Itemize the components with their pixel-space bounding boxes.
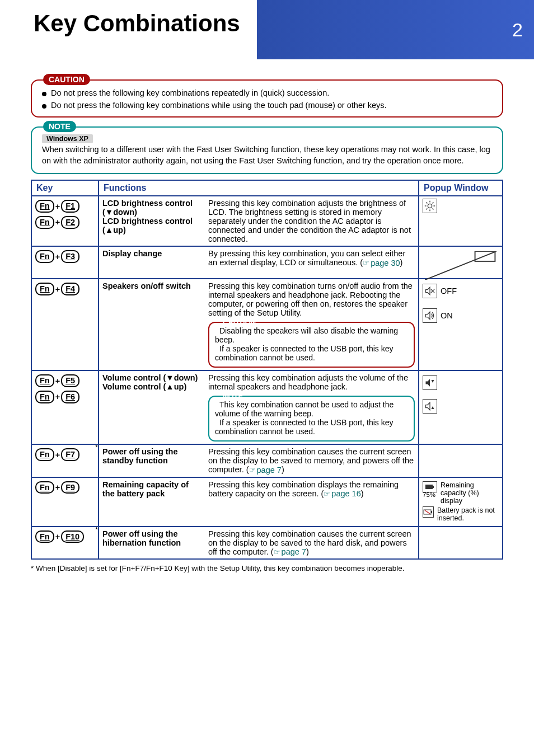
key-cell: Fn+F9: [31, 477, 99, 527]
inner-caution-item: If a speaker is connected to the USB por…: [215, 344, 394, 362]
function-name: LCD brightness control (▼down) LCD brigh…: [102, 199, 202, 234]
function-desc: Pressing this key combination displays t…: [208, 480, 399, 498]
keycap: Fn: [35, 216, 54, 229]
battery-missing-icon: [423, 506, 434, 518]
table-row: Fn+F4 Speakers on/off switch Pressing th…: [31, 279, 503, 370]
bullet-icon: [42, 92, 46, 96]
speaker-on-label: ON: [441, 311, 453, 320]
key-cell: Fn+F1 Fn+F2: [31, 196, 99, 246]
table-row: Fn+F7* Power off using the standby funct…: [31, 444, 503, 477]
svg-point-0: [428, 204, 432, 208]
footnote-mark: *: [95, 526, 98, 534]
caution-line-2: Do not press the following key combinati…: [51, 101, 387, 110]
display-icon: [423, 249, 499, 276]
page-header: Key Combinations 2: [0, 0, 534, 59]
svg-line-6: [433, 209, 434, 210]
svg-rect-19: [425, 485, 433, 489]
footnote-text: * When [Disable] is set for [Fn+F7/Fn+F1…: [31, 564, 503, 572]
table-row: Fn+F1 Fn+F2 LCD brightness control (▼dow…: [31, 196, 503, 246]
function-desc: Pressing this key combination adjusts th…: [208, 199, 411, 243]
book-icon: ☞: [363, 259, 369, 267]
page-ref-link[interactable]: ☞ page 7: [249, 466, 282, 475]
function-desc: Pressing this key combination causes the…: [208, 529, 411, 556]
function-name: Speakers on/off switch: [102, 281, 202, 290]
keycap: Fn: [35, 283, 54, 295]
svg-marker-18: [432, 406, 434, 409]
table-row: Fn+F5 Fn+F6 Volume control (▼down) Volum…: [31, 370, 503, 444]
book-icon: ☞: [324, 490, 330, 498]
keycap: Fn: [35, 481, 54, 494]
keycap: F9: [61, 481, 79, 494]
keycap: Fn: [35, 250, 54, 263]
th-popup: Popup Window: [419, 180, 503, 196]
keycap: F3: [61, 250, 79, 263]
page-ref-link[interactable]: ☞ page 7: [274, 547, 306, 556]
svg-marker-16: [432, 380, 434, 383]
function-desc: Pressing this key combination causes the…: [208, 447, 414, 474]
inner-caution-item: Disabling the speakers will also disable…: [215, 326, 398, 344]
page-number: 2: [512, 19, 523, 41]
brightness-icon: [423, 199, 437, 213]
popup-cell: [419, 246, 503, 279]
function-name: Power off using the hibernation function: [102, 529, 202, 547]
book-icon: ☞: [249, 466, 256, 474]
svg-marker-14: [426, 312, 430, 319]
bullet-icon: [42, 104, 46, 109]
keycap: Fn: [35, 530, 54, 543]
key-cell: Fn+F5 Fn+F6: [31, 370, 99, 444]
table-row: Fn+F10* Power off using the hibernation …: [31, 527, 503, 560]
keycap: F5: [61, 374, 79, 387]
battery-percent: 75%: [423, 491, 437, 498]
svg-line-7: [427, 209, 428, 210]
caution-label: CAUTION: [43, 74, 90, 85]
speaker-on-icon: [423, 308, 437, 323]
book-icon: ☞: [274, 548, 280, 556]
inner-caution-label: CAUTION: [217, 317, 261, 327]
footnote-mark: *: [95, 444, 98, 452]
svg-marker-15: [426, 379, 430, 386]
keycap: F10: [61, 530, 84, 543]
keycap: Fn: [35, 200, 54, 213]
battery-caption-2: Battery pack is not inserted.: [437, 506, 499, 523]
inner-note-label: NOTE: [217, 391, 249, 401]
popup-cell: OFF ON: [419, 279, 503, 370]
keycap: Fn: [35, 374, 54, 387]
volume-up-icon: [423, 399, 437, 414]
function-name: Volume control (▼down) Volume control (▲…: [102, 373, 202, 391]
os-badge: Windows XP: [42, 134, 93, 143]
svg-line-9: [425, 251, 496, 280]
function-desc: Pressing this key combination turns on/o…: [208, 281, 415, 317]
function-name: Remaining capacity of the battery pack: [102, 480, 202, 498]
note-label: NOTE: [43, 121, 76, 132]
note-body: When switching to a different user with …: [42, 144, 492, 166]
volume-down-icon: [423, 375, 437, 390]
caution-line-1: Do not press the following key combinati…: [51, 88, 329, 97]
th-key: Key: [31, 180, 99, 196]
svg-line-5: [427, 203, 428, 204]
th-functions: Functions: [99, 180, 419, 196]
svg-marker-17: [426, 402, 430, 410]
key-cell: Fn+F10*: [31, 527, 99, 560]
battery-caption-1: Remaining capacity (%) display: [441, 481, 499, 505]
keycap: F2: [61, 216, 79, 229]
page-ref-link[interactable]: ☞ page 16: [324, 489, 360, 498]
popup-cell: 75% Remaining capacity (%) display Batte…: [419, 477, 503, 527]
table-row: Fn+F3 Display change By pressing this ke…: [31, 246, 503, 279]
inner-note-item: This key combination cannot be used to a…: [215, 400, 394, 418]
inner-note-item: If a speaker is connected to the USB por…: [215, 418, 394, 436]
note-callout: NOTE Windows XP When switching to a diff…: [31, 126, 503, 174]
keycap: F6: [61, 391, 79, 403]
function-desc: Pressing this key combination adjusts th…: [208, 373, 415, 391]
speaker-off-label: OFF: [441, 287, 457, 295]
popup-cell: [419, 370, 503, 444]
key-cell: Fn+F3: [31, 246, 99, 279]
page-ref-link[interactable]: ☞ page 30: [363, 259, 400, 267]
popup-cell: [419, 196, 503, 246]
keycap: F7: [61, 448, 79, 461]
svg-rect-20: [433, 486, 434, 488]
keycap: F4: [61, 283, 79, 295]
inner-caution: CAUTION Disabling the speakers will also…: [208, 322, 415, 368]
key-cell: Fn+F7*: [31, 444, 99, 477]
speaker-off-icon: [423, 284, 437, 298]
keycap: Fn: [35, 448, 54, 461]
